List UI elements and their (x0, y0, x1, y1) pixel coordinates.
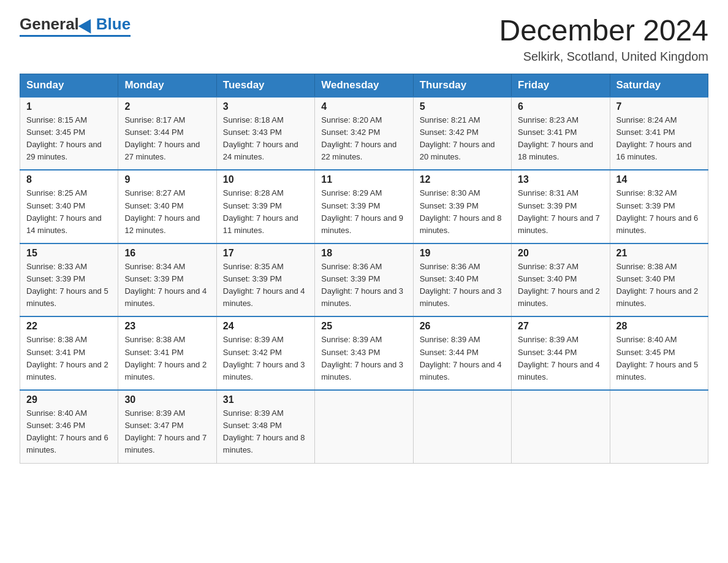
day-header-tuesday: Tuesday (216, 74, 314, 97)
day-info: Sunrise: 8:35 AMSunset: 3:39 PMDaylight:… (223, 262, 305, 308)
day-header-row: SundayMondayTuesdayWednesdayThursdayFrid… (20, 74, 708, 97)
day-number: 18 (321, 248, 406, 259)
day-number: 26 (420, 321, 505, 332)
day-number: 27 (518, 321, 603, 332)
day-info: Sunrise: 8:39 AMSunset: 3:47 PMDaylight:… (124, 408, 207, 454)
calendar-cell: 4 Sunrise: 8:20 AMSunset: 3:42 PMDayligh… (315, 97, 413, 170)
day-number: 7 (616, 101, 702, 112)
calendar-cell (413, 390, 511, 463)
day-info: Sunrise: 8:36 AMSunset: 3:39 PMDaylight:… (321, 262, 403, 308)
day-info: Sunrise: 8:21 AMSunset: 3:42 PMDaylight:… (420, 115, 495, 161)
calendar-cell (610, 390, 708, 463)
calendar-cell: 22 Sunrise: 8:38 AMSunset: 3:41 PMDaylig… (20, 316, 118, 390)
day-info: Sunrise: 8:25 AMSunset: 3:40 PMDaylight:… (26, 188, 102, 234)
day-info: Sunrise: 8:31 AMSunset: 3:39 PMDaylight:… (518, 188, 600, 234)
logo-general-text: General (20, 15, 79, 34)
day-number: 17 (223, 248, 308, 259)
day-number: 8 (26, 174, 112, 185)
calendar-cell: 16 Sunrise: 8:34 AMSunset: 3:39 PMDaylig… (118, 243, 216, 317)
logo-underline (20, 35, 131, 37)
calendar-cell: 13 Sunrise: 8:31 AMSunset: 3:39 PMDaylig… (512, 170, 610, 243)
calendar-title-area: December 2024 Selkirk, Scotland, United … (499, 15, 708, 64)
week-row-3: 15 Sunrise: 8:33 AMSunset: 3:39 PMDaylig… (20, 243, 708, 317)
day-number: 1 (26, 101, 112, 112)
day-number: 6 (518, 101, 603, 112)
logo: General Blue (20, 15, 131, 37)
day-info: Sunrise: 8:24 AMSunset: 3:41 PMDaylight:… (616, 115, 692, 161)
calendar-cell: 17 Sunrise: 8:35 AMSunset: 3:39 PMDaylig… (216, 243, 314, 317)
logo-blue-text: Blue (96, 15, 131, 34)
day-header-wednesday: Wednesday (315, 74, 413, 97)
calendar-cell: 7 Sunrise: 8:24 AMSunset: 3:41 PMDayligh… (610, 97, 708, 170)
calendar-cell: 8 Sunrise: 8:25 AMSunset: 3:40 PMDayligh… (20, 170, 118, 243)
day-info: Sunrise: 8:28 AMSunset: 3:39 PMDaylight:… (223, 188, 298, 234)
day-info: Sunrise: 8:27 AMSunset: 3:40 PMDaylight:… (124, 188, 200, 234)
day-number: 12 (420, 174, 505, 185)
day-info: Sunrise: 8:18 AMSunset: 3:43 PMDaylight:… (223, 115, 298, 161)
day-header-friday: Friday (512, 74, 610, 97)
day-number: 21 (616, 248, 702, 259)
calendar-cell (512, 390, 610, 463)
page-header: General Blue December 2024 Selkirk, Scot… (20, 15, 708, 64)
day-number: 9 (124, 174, 210, 185)
day-number: 28 (616, 321, 702, 332)
week-row-2: 8 Sunrise: 8:25 AMSunset: 3:40 PMDayligh… (20, 170, 708, 243)
day-info: Sunrise: 8:17 AMSunset: 3:44 PMDaylight:… (124, 115, 200, 161)
calendar-cell: 24 Sunrise: 8:39 AMSunset: 3:42 PMDaylig… (216, 316, 314, 390)
week-row-1: 1 Sunrise: 8:15 AMSunset: 3:45 PMDayligh… (20, 97, 708, 170)
calendar-cell: 14 Sunrise: 8:32 AMSunset: 3:39 PMDaylig… (610, 170, 708, 243)
logo-triangle-icon (78, 15, 97, 33)
day-number: 23 (124, 321, 210, 332)
day-number: 15 (26, 248, 112, 259)
main-title: December 2024 (499, 15, 708, 47)
day-number: 22 (26, 321, 112, 332)
calendar-cell: 6 Sunrise: 8:23 AMSunset: 3:41 PMDayligh… (512, 97, 610, 170)
calendar-header: SundayMondayTuesdayWednesdayThursdayFrid… (20, 74, 708, 97)
day-info: Sunrise: 8:38 AMSunset: 3:40 PMDaylight:… (616, 262, 699, 308)
day-info: Sunrise: 8:15 AMSunset: 3:45 PMDaylight:… (26, 115, 102, 161)
week-row-5: 29 Sunrise: 8:40 AMSunset: 3:46 PMDaylig… (20, 390, 708, 463)
day-info: Sunrise: 8:20 AMSunset: 3:42 PMDaylight:… (321, 115, 396, 161)
day-number: 25 (321, 321, 406, 332)
day-number: 24 (223, 321, 308, 332)
day-number: 3 (223, 101, 308, 112)
calendar-cell: 11 Sunrise: 8:29 AMSunset: 3:39 PMDaylig… (315, 170, 413, 243)
day-info: Sunrise: 8:32 AMSunset: 3:39 PMDaylight:… (616, 188, 699, 234)
calendar-cell: 1 Sunrise: 8:15 AMSunset: 3:45 PMDayligh… (20, 97, 118, 170)
day-header-saturday: Saturday (610, 74, 708, 97)
day-number: 4 (321, 101, 406, 112)
day-number: 16 (124, 248, 210, 259)
day-info: Sunrise: 8:37 AMSunset: 3:40 PMDaylight:… (518, 262, 600, 308)
day-header-sunday: Sunday (20, 74, 118, 97)
calendar-cell: 12 Sunrise: 8:30 AMSunset: 3:39 PMDaylig… (413, 170, 511, 243)
calendar-cell: 26 Sunrise: 8:39 AMSunset: 3:44 PMDaylig… (413, 316, 511, 390)
day-info: Sunrise: 8:38 AMSunset: 3:41 PMDaylight:… (124, 335, 207, 381)
calendar-cell: 3 Sunrise: 8:18 AMSunset: 3:43 PMDayligh… (216, 97, 314, 170)
day-number: 19 (420, 248, 505, 259)
calendar-cell: 23 Sunrise: 8:38 AMSunset: 3:41 PMDaylig… (118, 316, 216, 390)
day-info: Sunrise: 8:39 AMSunset: 3:44 PMDaylight:… (420, 335, 502, 381)
calendar-cell: 21 Sunrise: 8:38 AMSunset: 3:40 PMDaylig… (610, 243, 708, 317)
calendar-cell: 29 Sunrise: 8:40 AMSunset: 3:46 PMDaylig… (20, 390, 118, 463)
day-info: Sunrise: 8:34 AMSunset: 3:39 PMDaylight:… (124, 262, 207, 308)
calendar-cell: 19 Sunrise: 8:36 AMSunset: 3:40 PMDaylig… (413, 243, 511, 317)
day-header-thursday: Thursday (413, 74, 511, 97)
calendar-cell: 18 Sunrise: 8:36 AMSunset: 3:39 PMDaylig… (315, 243, 413, 317)
day-number: 5 (420, 101, 505, 112)
calendar-cell: 10 Sunrise: 8:28 AMSunset: 3:39 PMDaylig… (216, 170, 314, 243)
day-number: 2 (124, 101, 210, 112)
calendar-cell: 20 Sunrise: 8:37 AMSunset: 3:40 PMDaylig… (512, 243, 610, 317)
day-number: 30 (124, 394, 210, 405)
day-number: 29 (26, 394, 112, 405)
day-info: Sunrise: 8:39 AMSunset: 3:44 PMDaylight:… (518, 335, 600, 381)
day-info: Sunrise: 8:38 AMSunset: 3:41 PMDaylight:… (26, 335, 108, 381)
calendar-cell: 25 Sunrise: 8:39 AMSunset: 3:43 PMDaylig… (315, 316, 413, 390)
calendar-cell: 28 Sunrise: 8:40 AMSunset: 3:45 PMDaylig… (610, 316, 708, 390)
day-info: Sunrise: 8:33 AMSunset: 3:39 PMDaylight:… (26, 262, 108, 308)
week-row-4: 22 Sunrise: 8:38 AMSunset: 3:41 PMDaylig… (20, 316, 708, 390)
day-info: Sunrise: 8:40 AMSunset: 3:46 PMDaylight:… (26, 408, 108, 454)
day-number: 31 (223, 394, 308, 405)
calendar-cell: 31 Sunrise: 8:39 AMSunset: 3:48 PMDaylig… (216, 390, 314, 463)
day-number: 13 (518, 174, 603, 185)
calendar-cell: 2 Sunrise: 8:17 AMSunset: 3:44 PMDayligh… (118, 97, 216, 170)
